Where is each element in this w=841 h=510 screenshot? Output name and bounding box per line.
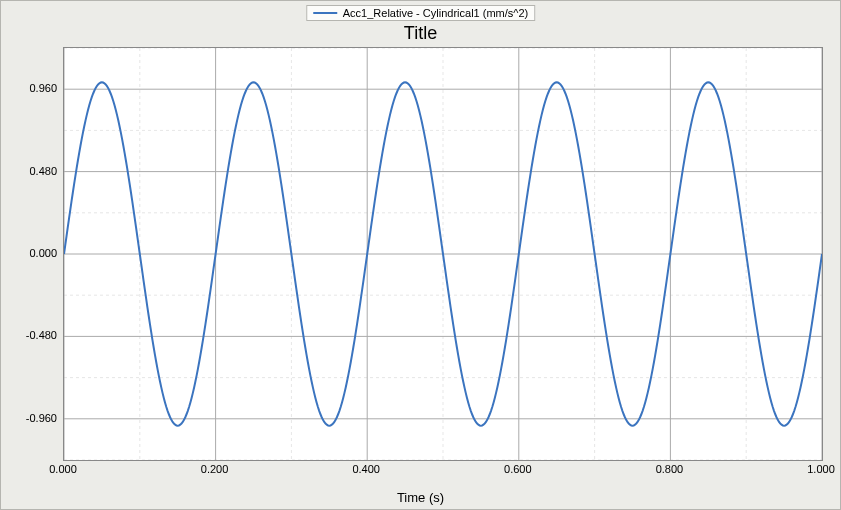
x-tick-label: 1.000 xyxy=(807,463,835,475)
x-tick-label: 0.800 xyxy=(656,463,684,475)
chart-title: Title xyxy=(404,23,437,44)
x-tick-label: 0.000 xyxy=(49,463,77,475)
legend-label-series1: Acc1_Relative - Cylindrical1 (mm/s^2) xyxy=(343,7,529,19)
legend: Acc1_Relative - Cylindrical1 (mm/s^2) xyxy=(306,5,536,21)
y-tick-label: -0.960 xyxy=(26,412,57,424)
y-tick-label: 0.480 xyxy=(29,165,57,177)
legend-swatch-series1 xyxy=(313,12,337,14)
x-tick-label: 0.200 xyxy=(201,463,229,475)
y-tick-label: 0.960 xyxy=(29,82,57,94)
x-axis-label: Time (s) xyxy=(397,490,444,505)
x-tick-label: 0.600 xyxy=(504,463,532,475)
x-tick-label: 0.400 xyxy=(352,463,380,475)
chart-frame: Acc1_Relative - Cylindrical1 (mm/s^2) Ti… xyxy=(0,0,841,510)
plot-area xyxy=(63,47,823,461)
plot-svg xyxy=(64,48,822,460)
y-tick-label: -0.480 xyxy=(26,329,57,341)
y-tick-label: 0.000 xyxy=(29,247,57,259)
